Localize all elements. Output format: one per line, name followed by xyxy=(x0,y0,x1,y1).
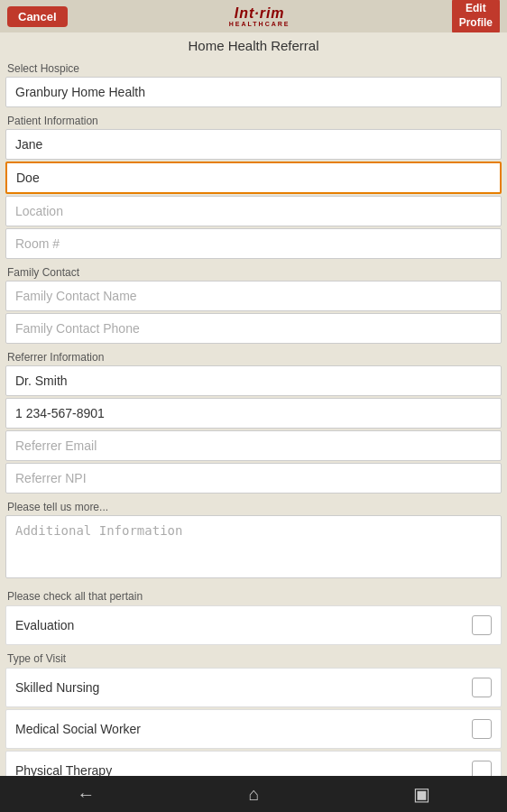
check-section-label: Please check all that pertain xyxy=(7,590,502,603)
referrer-phone-input[interactable] xyxy=(5,398,502,429)
referrer-email-input[interactable] xyxy=(5,430,502,461)
location-input[interactable] xyxy=(5,196,502,226)
logo-subtext: HEALTHCARE xyxy=(229,21,290,27)
edit-profile-button[interactable]: Edit Profile xyxy=(452,0,500,34)
medical-social-worker-checkbox[interactable] xyxy=(472,719,492,739)
family-contact-label: Family Contact xyxy=(7,266,502,279)
evaluation-checkbox[interactable] xyxy=(472,615,492,635)
patient-info-label: Patient Information xyxy=(7,115,502,127)
evaluation-row: Evaluation xyxy=(5,605,502,645)
type-of-visit-label: Type of Visit xyxy=(7,652,502,665)
family-contact-name-input[interactable] xyxy=(5,281,502,311)
family-contact-phone-input[interactable] xyxy=(5,313,502,344)
skilled-nursing-checkbox[interactable] xyxy=(472,678,492,697)
referrer-npi-input[interactable] xyxy=(5,463,502,494)
additional-info-label: Please tell us more... xyxy=(7,501,502,513)
select-hospice-label: Select Hospice xyxy=(7,62,502,75)
top-bar: Cancel Int·rim HEALTHCARE Edit Profile xyxy=(0,0,507,32)
cancel-button[interactable]: Cancel xyxy=(7,6,68,27)
page-title: Home Health Referral xyxy=(0,32,507,57)
patient-first-name-input[interactable] xyxy=(5,129,502,160)
additional-info-input[interactable] xyxy=(5,515,502,578)
physical-therapy-checkbox[interactable] xyxy=(472,761,492,776)
referrer-name-input[interactable] xyxy=(5,365,502,396)
referrer-info-label: Referrer Information xyxy=(7,351,502,364)
recent-icon[interactable]: ▣ xyxy=(413,783,430,805)
skilled-nursing-row: Skilled Nursing xyxy=(5,668,502,707)
medical-social-worker-label: Medical Social Worker xyxy=(15,722,141,736)
bottom-nav: ← ⌂ ▣ xyxy=(0,776,507,812)
logo-text: Int·rim xyxy=(235,6,285,21)
evaluation-label: Evaluation xyxy=(15,618,74,632)
medical-social-worker-row: Medical Social Worker xyxy=(5,709,502,749)
home-icon[interactable]: ⌂ xyxy=(248,784,259,805)
form-content: Select Hospice Patient Information Famil… xyxy=(0,57,507,776)
physical-therapy-row: Physical Therapy xyxy=(5,751,502,776)
select-hospice-input[interactable] xyxy=(5,77,502,107)
back-icon[interactable]: ← xyxy=(77,784,95,805)
patient-last-name-input[interactable] xyxy=(5,161,502,194)
physical-therapy-label: Physical Therapy xyxy=(15,763,112,776)
logo: Int·rim HEALTHCARE xyxy=(229,6,290,27)
room-input[interactable] xyxy=(5,228,502,259)
skilled-nursing-label: Skilled Nursing xyxy=(15,680,99,695)
